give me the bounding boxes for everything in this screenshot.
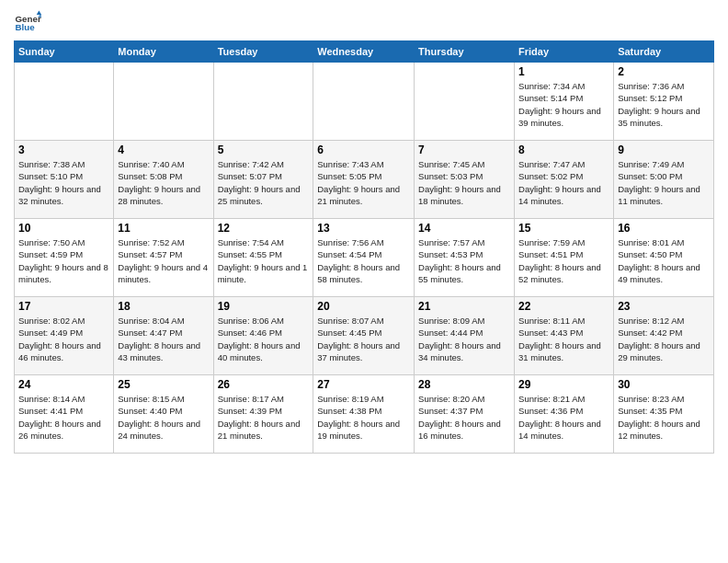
day-info: Sunrise: 8:21 AM Sunset: 4:36 PM Dayligh… — [518, 393, 609, 442]
day-info: Sunrise: 8:12 AM Sunset: 4:42 PM Dayligh… — [618, 315, 710, 363]
day-number: 26 — [218, 378, 310, 391]
day-number: 29 — [518, 378, 609, 391]
calendar-cell: 3Sunrise: 7:38 AM Sunset: 5:10 PM Daylig… — [15, 141, 114, 219]
day-number: 16 — [618, 222, 710, 235]
day-number: 3 — [18, 144, 109, 156]
weekday-header-thursday: Thursday — [415, 41, 515, 63]
calendar-table: SundayMondayTuesdayWednesdayThursdayFrid… — [14, 40, 714, 454]
calendar-cell: 16Sunrise: 8:01 AM Sunset: 4:50 PM Dayli… — [614, 219, 714, 297]
day-info: Sunrise: 8:14 AM Sunset: 4:41 PM Dayligh… — [18, 393, 109, 442]
day-number: 9 — [618, 144, 710, 156]
day-info: Sunrise: 7:57 AM Sunset: 4:53 PM Dayligh… — [418, 236, 510, 285]
day-number: 15 — [518, 222, 609, 235]
weekday-header-tuesday: Tuesday — [213, 41, 313, 63]
day-info: Sunrise: 7:45 AM Sunset: 5:03 PM Dayligh… — [418, 158, 510, 207]
day-info: Sunrise: 7:38 AM Sunset: 5:10 PM Dayligh… — [18, 158, 109, 207]
week-row-1: 1Sunrise: 7:34 AM Sunset: 5:14 PM Daylig… — [15, 63, 714, 141]
day-number: 8 — [518, 144, 609, 156]
calendar-cell: 22Sunrise: 8:11 AM Sunset: 4:43 PM Dayli… — [515, 297, 614, 375]
day-number: 22 — [518, 300, 609, 313]
calendar-cell: 7Sunrise: 7:45 AM Sunset: 5:03 PM Daylig… — [415, 141, 515, 219]
weekday-row: SundayMondayTuesdayWednesdayThursdayFrid… — [15, 41, 714, 63]
calendar-cell: 9Sunrise: 7:49 AM Sunset: 5:00 PM Daylig… — [614, 141, 714, 219]
day-number: 2 — [618, 65, 710, 78]
day-number: 18 — [118, 300, 209, 313]
calendar-cell: 21Sunrise: 8:09 AM Sunset: 4:44 PM Dayli… — [415, 297, 515, 375]
calendar-cell: 27Sunrise: 8:19 AM Sunset: 4:38 PM Dayli… — [313, 375, 415, 454]
day-info: Sunrise: 8:02 AM Sunset: 4:49 PM Dayligh… — [18, 315, 109, 363]
day-number: 27 — [317, 378, 410, 391]
day-info: Sunrise: 7:34 AM Sunset: 5:14 PM Dayligh… — [518, 80, 609, 129]
calendar-cell: 13Sunrise: 7:56 AM Sunset: 4:54 PM Dayli… — [313, 219, 415, 297]
weekday-header-monday: Monday — [114, 41, 213, 63]
day-info: Sunrise: 8:06 AM Sunset: 4:46 PM Dayligh… — [218, 315, 310, 363]
day-number: 19 — [218, 300, 310, 313]
day-number: 5 — [218, 144, 310, 156]
logo-icon: General Blue — [14, 9, 41, 37]
calendar-cell: 30Sunrise: 8:23 AM Sunset: 4:35 PM Dayli… — [614, 375, 714, 454]
day-number: 6 — [317, 144, 410, 156]
week-row-2: 3Sunrise: 7:38 AM Sunset: 5:10 PM Daylig… — [15, 141, 714, 219]
day-number: 11 — [118, 222, 209, 235]
calendar-cell: 29Sunrise: 8:21 AM Sunset: 4:36 PM Dayli… — [515, 375, 614, 454]
day-info: Sunrise: 8:11 AM Sunset: 4:43 PM Dayligh… — [518, 315, 609, 363]
day-info: Sunrise: 7:59 AM Sunset: 4:51 PM Dayligh… — [518, 236, 609, 285]
day-number: 28 — [418, 378, 510, 391]
calendar-cell — [114, 63, 213, 141]
day-info: Sunrise: 8:17 AM Sunset: 4:39 PM Dayligh… — [218, 393, 310, 442]
calendar-cell: 8Sunrise: 7:47 AM Sunset: 5:02 PM Daylig… — [515, 141, 614, 219]
day-number: 13 — [317, 222, 410, 235]
calendar-body: 1Sunrise: 7:34 AM Sunset: 5:14 PM Daylig… — [15, 63, 714, 454]
day-number: 21 — [418, 300, 510, 313]
calendar-cell: 17Sunrise: 8:02 AM Sunset: 4:49 PM Dayli… — [15, 297, 114, 375]
weekday-header-friday: Friday — [515, 41, 614, 63]
day-number: 4 — [118, 144, 209, 156]
day-number: 20 — [317, 300, 410, 313]
svg-text:Blue: Blue — [16, 22, 36, 32]
day-info: Sunrise: 7:54 AM Sunset: 4:55 PM Dayligh… — [218, 236, 310, 285]
calendar-cell: 15Sunrise: 7:59 AM Sunset: 4:51 PM Dayli… — [515, 219, 614, 297]
day-number: 17 — [18, 300, 109, 313]
day-info: Sunrise: 7:56 AM Sunset: 4:54 PM Dayligh… — [317, 236, 410, 285]
calendar-cell — [313, 63, 415, 141]
calendar-cell: 10Sunrise: 7:50 AM Sunset: 4:59 PM Dayli… — [15, 219, 114, 297]
day-number: 7 — [418, 144, 510, 156]
calendar-cell: 20Sunrise: 8:07 AM Sunset: 4:45 PM Dayli… — [313, 297, 415, 375]
day-info: Sunrise: 7:52 AM Sunset: 4:57 PM Dayligh… — [118, 236, 209, 285]
day-number: 1 — [518, 65, 609, 78]
calendar-cell: 12Sunrise: 7:54 AM Sunset: 4:55 PM Dayli… — [213, 219, 313, 297]
day-number: 14 — [418, 222, 510, 235]
day-number: 12 — [218, 222, 310, 235]
calendar-cell: 19Sunrise: 8:06 AM Sunset: 4:46 PM Dayli… — [213, 297, 313, 375]
week-row-4: 17Sunrise: 8:02 AM Sunset: 4:49 PM Dayli… — [15, 297, 714, 375]
day-info: Sunrise: 8:09 AM Sunset: 4:44 PM Dayligh… — [418, 315, 510, 363]
day-info: Sunrise: 7:47 AM Sunset: 5:02 PM Dayligh… — [518, 158, 609, 207]
day-info: Sunrise: 8:20 AM Sunset: 4:37 PM Dayligh… — [418, 393, 510, 442]
calendar-cell: 14Sunrise: 7:57 AM Sunset: 4:53 PM Dayli… — [415, 219, 515, 297]
calendar-cell: 18Sunrise: 8:04 AM Sunset: 4:47 PM Dayli… — [114, 297, 213, 375]
day-info: Sunrise: 8:04 AM Sunset: 4:47 PM Dayligh… — [118, 315, 209, 363]
day-info: Sunrise: 8:15 AM Sunset: 4:40 PM Dayligh… — [118, 393, 209, 442]
day-info: Sunrise: 8:23 AM Sunset: 4:35 PM Dayligh… — [618, 393, 710, 442]
weekday-header-wednesday: Wednesday — [313, 41, 415, 63]
day-info: Sunrise: 7:43 AM Sunset: 5:05 PM Dayligh… — [317, 158, 410, 207]
calendar-cell: 24Sunrise: 8:14 AM Sunset: 4:41 PM Dayli… — [15, 375, 114, 454]
week-row-5: 24Sunrise: 8:14 AM Sunset: 4:41 PM Dayli… — [15, 375, 714, 454]
weekday-header-sunday: Sunday — [15, 41, 114, 63]
calendar-cell: 11Sunrise: 7:52 AM Sunset: 4:57 PM Dayli… — [114, 219, 213, 297]
day-info: Sunrise: 7:36 AM Sunset: 5:12 PM Dayligh… — [618, 80, 710, 129]
day-info: Sunrise: 8:19 AM Sunset: 4:38 PM Dayligh… — [317, 393, 410, 442]
calendar-cell: 26Sunrise: 8:17 AM Sunset: 4:39 PM Dayli… — [213, 375, 313, 454]
day-info: Sunrise: 7:40 AM Sunset: 5:08 PM Dayligh… — [118, 158, 209, 207]
day-number: 25 — [118, 378, 209, 391]
calendar-cell: 23Sunrise: 8:12 AM Sunset: 4:42 PM Dayli… — [614, 297, 714, 375]
calendar-cell — [415, 63, 515, 141]
day-number: 30 — [618, 378, 710, 391]
day-info: Sunrise: 7:49 AM Sunset: 5:00 PM Dayligh… — [618, 158, 710, 207]
day-info: Sunrise: 8:01 AM Sunset: 4:50 PM Dayligh… — [618, 236, 710, 285]
calendar-cell: 4Sunrise: 7:40 AM Sunset: 5:08 PM Daylig… — [114, 141, 213, 219]
page-header: General Blue — [14, 9, 714, 37]
day-number: 10 — [18, 222, 109, 235]
day-number: 23 — [618, 300, 710, 313]
weekday-header-saturday: Saturday — [614, 41, 714, 63]
